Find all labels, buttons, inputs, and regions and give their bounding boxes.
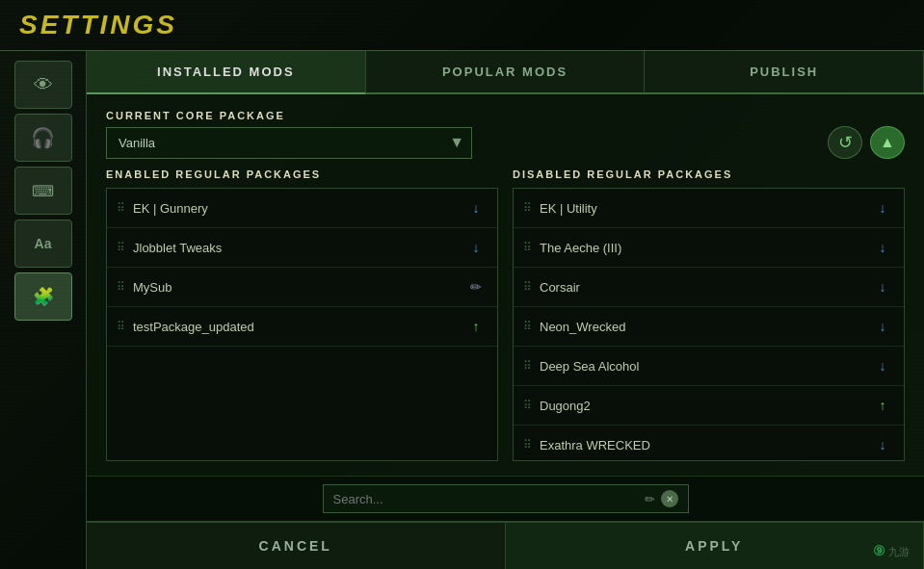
drag-handle-icon[interactable]: ⠿	[523, 241, 532, 254]
core-package-dropdown-wrapper: Vanilla ▼	[106, 127, 472, 159]
tab-popular-mods[interactable]: POPULAR MODS	[366, 51, 646, 92]
core-package-left: CURRENT CORE PACKAGE Vanilla ▼	[106, 110, 813, 159]
sidebar-item-keyboard[interactable]: ⌨	[14, 167, 72, 215]
core-package-label: CURRENT CORE PACKAGE	[106, 110, 813, 121]
apply-button[interactable]: APPLY	[506, 523, 925, 569]
package-edit-button[interactable]: ✏	[464, 275, 488, 298]
search-edit-icon[interactable]: ✏	[645, 492, 655, 506]
list-item: ⠿ MySub ✏	[107, 268, 497, 307]
drag-handle-icon[interactable]: ⠿	[117, 320, 125, 333]
eye-icon: 👁	[34, 74, 53, 96]
list-item: ⠿ Neon_Wrecked ↓	[514, 307, 904, 347]
font-icon: Aa	[35, 236, 52, 251]
tabs-bar: INSTALLED MODS POPULAR MODS PUBLISH	[87, 51, 924, 94]
search-input[interactable]	[333, 492, 639, 506]
package-name: Jlobblet Tweaks	[133, 241, 457, 255]
drag-handle-icon[interactable]: ⠿	[117, 280, 125, 294]
page-title: SETTINGS	[19, 10, 905, 40]
search-clear-button[interactable]: ✕	[661, 490, 678, 507]
upload-button[interactable]: ▲	[870, 126, 905, 159]
enabled-packages-title: ENABLED REGULAR PACKAGES	[106, 168, 498, 180]
sidebar-item-audio[interactable]: 🎧	[14, 114, 72, 162]
package-name: MySub	[133, 280, 457, 295]
disabled-packages-column: DISABLED REGULAR PACKAGES ⠿ EK | Utility…	[513, 168, 905, 461]
content-area: 👁 🎧 ⌨ Aa 🧩 INSTALLED MODS	[0, 51, 924, 569]
drag-handle-icon[interactable]: ⠿	[523, 399, 532, 412]
cancel-button[interactable]: CANCEL	[87, 523, 506, 569]
enabled-packages-list: ⠿ EK | Gunnery ↓ ⠿ Jlobblet Tweaks ↓ ⠿	[106, 188, 498, 461]
main-panel: INSTALLED MODS POPULAR MODS PUBLISH CURR…	[87, 51, 924, 569]
settings-body: CURRENT CORE PACKAGE Vanilla ▼ ↺	[87, 94, 924, 476]
package-download-button[interactable]: ↓	[871, 236, 894, 259]
package-name: Exathra WRECKED	[540, 438, 863, 453]
list-item: ⠿ Corsair ↓	[514, 268, 904, 307]
package-download-button[interactable]: ↓	[871, 275, 894, 298]
puzzle-icon: 🧩	[33, 286, 54, 307]
package-download-button[interactable]: ↓	[464, 196, 488, 220]
core-package-section: CURRENT CORE PACKAGE Vanilla ▼ ↺	[106, 109, 905, 159]
package-upload-button[interactable]: ↑	[871, 394, 894, 417]
enabled-packages-column: ENABLED REGULAR PACKAGES ⠿ EK | Gunnery …	[106, 168, 498, 461]
package-name: Neon_Wrecked	[540, 320, 863, 334]
package-upload-button[interactable]: ↑	[464, 315, 488, 338]
drag-handle-icon[interactable]: ⠿	[523, 201, 532, 215]
package-name: The Aeche (III)	[540, 241, 863, 255]
list-item: ⠿ Exathra WRECKED ↓	[514, 426, 904, 461]
package-name: Corsair	[540, 280, 863, 295]
package-download-button[interactable]: ↓	[871, 354, 894, 377]
package-name: testPackage_updated	[133, 320, 457, 334]
drag-handle-icon[interactable]: ⠿	[523, 280, 532, 294]
search-bar: ✏ ✕	[323, 484, 689, 513]
package-name: EK | Utility	[540, 201, 863, 216]
refresh-icon: ↺	[838, 132, 853, 153]
package-download-button[interactable]: ↓	[871, 196, 894, 220]
title-bar: SETTINGS	[0, 0, 924, 51]
headphones-icon: 🎧	[31, 126, 55, 149]
keyboard-icon: ⌨	[32, 182, 54, 200]
core-package-dropdown[interactable]: Vanilla	[106, 127, 472, 159]
list-item: ⠿ Dugong2 ↑	[514, 386, 904, 426]
package-name: EK | Gunnery	[133, 201, 457, 216]
drag-handle-icon[interactable]: ⠿	[117, 201, 125, 215]
package-download-button[interactable]: ↓	[464, 236, 488, 259]
upload-icon: ▲	[880, 134, 895, 151]
package-download-button[interactable]: ↓	[871, 315, 894, 338]
package-download-button[interactable]: ↓	[871, 433, 894, 456]
sidebar-item-font[interactable]: Aa	[14, 220, 72, 268]
disabled-packages-title: DISABLED REGULAR PACKAGES	[513, 168, 905, 180]
list-item: ⠿ Jlobblet Tweaks ↓	[107, 228, 497, 268]
tab-publish[interactable]: PUBLISH	[645, 51, 924, 92]
list-item: ⠿ testPackage_updated ↑	[107, 307, 497, 347]
list-item: ⠿ EK | Utility ↓	[514, 189, 904, 228]
package-name: Dugong2	[540, 399, 863, 413]
sidebar: 👁 🎧 ⌨ Aa 🧩	[0, 51, 87, 569]
drag-handle-icon[interactable]: ⠿	[523, 320, 532, 333]
tab-installed-mods[interactable]: INSTALLED MODS	[87, 51, 366, 94]
search-bar-wrapper: ✏ ✕	[87, 476, 924, 521]
refresh-button[interactable]: ↺	[828, 126, 862, 159]
drag-handle-icon[interactable]: ⠿	[117, 241, 125, 254]
list-item: ⠿ Deep Sea Alcohol ↓	[514, 347, 904, 386]
list-item: ⠿ The Aeche (III) ↓	[514, 228, 904, 268]
drag-handle-icon[interactable]: ⠿	[523, 359, 532, 373]
watermark: ⑨ 九游	[873, 543, 910, 559]
disabled-packages-list: ⠿ EK | Utility ↓ ⠿ The Aeche (III) ↓ ⠿	[513, 188, 905, 461]
clear-icon: ✕	[666, 494, 673, 504]
list-item: ⠿ EK | Gunnery ↓	[107, 189, 497, 228]
sidebar-item-mods[interactable]: 🧩	[14, 272, 72, 321]
package-name: Deep Sea Alcohol	[540, 359, 863, 374]
core-package-actions: ↺ ▲	[828, 126, 905, 159]
action-bar: CANCEL APPLY	[87, 521, 924, 569]
drag-handle-icon[interactable]: ⠿	[523, 438, 532, 452]
sidebar-item-eye[interactable]: 👁	[14, 61, 72, 109]
packages-area: ENABLED REGULAR PACKAGES ⠿ EK | Gunnery …	[106, 168, 905, 461]
